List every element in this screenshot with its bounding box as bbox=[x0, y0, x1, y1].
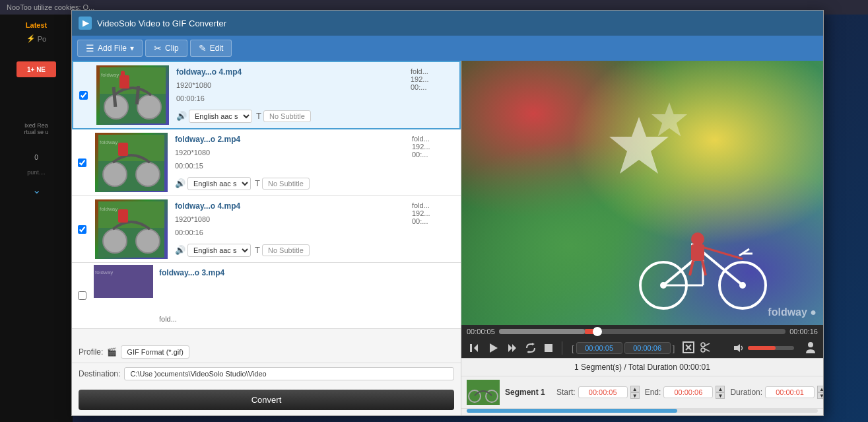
checkbox-input-4[interactable] bbox=[78, 291, 86, 300]
segment-duration-label: Duration: bbox=[730, 388, 762, 397]
segment-label-1: Segment 1 bbox=[505, 388, 551, 397]
file-right-name-4: fold... bbox=[159, 315, 457, 323]
profile-label: Profile: bbox=[79, 347, 103, 357]
clip-button[interactable]: ✂ Clip bbox=[145, 40, 187, 57]
clip-mark-button[interactable] bbox=[681, 340, 696, 357]
volume-icon bbox=[733, 343, 743, 353]
file-checkbox-3[interactable] bbox=[72, 196, 92, 262]
bg-sidebar-logo: 1+ NE bbox=[17, 61, 56, 77]
file-thumb-4: foldway bbox=[94, 265, 153, 298]
svg-marker-46 bbox=[512, 344, 516, 352]
profile-value[interactable]: GIF Format (*.gif) bbox=[121, 345, 189, 359]
file-item-3[interactable]: foldway foldway...o 4.mp4 1920*1080 00:0… bbox=[72, 196, 461, 263]
file-item-2[interactable]: foldway foldway...o 2.mp4 1920*1080 00:0… bbox=[72, 129, 461, 196]
file-right-3: fold... 192... 00:... bbox=[408, 196, 461, 262]
destination-value[interactable]: C:\Use )ocuments\VideoSolo Studio\Video bbox=[124, 367, 454, 380]
current-time-label: 00:00:05 bbox=[467, 328, 495, 335]
destination-label: Destination: bbox=[79, 369, 120, 378]
file-controls-3: 🔊 English aac s T No Subtitle bbox=[175, 244, 404, 257]
segment-duration-down[interactable]: ▼ bbox=[817, 392, 823, 399]
segment-start-input[interactable] bbox=[578, 386, 628, 398]
speaker-icon-1: 🔊 bbox=[176, 111, 187, 121]
file-name-1: foldway...o 4.mp4 bbox=[176, 67, 403, 77]
convert-btn-area: Convert bbox=[72, 384, 461, 415]
start-time-input[interactable] bbox=[576, 342, 622, 354]
scissors-button[interactable] bbox=[698, 340, 713, 357]
volume-slider[interactable] bbox=[748, 346, 794, 350]
svg-text:foldway: foldway bbox=[100, 206, 117, 212]
file-dur-1: 00:00:16 bbox=[176, 94, 403, 102]
subtitle-select-1: T No Subtitle bbox=[256, 110, 311, 122]
file-thumb-1: foldway bbox=[96, 65, 169, 125]
file-checkbox-1[interactable] bbox=[73, 62, 93, 128]
svg-marker-45 bbox=[508, 344, 512, 352]
progress-track[interactable] bbox=[499, 329, 785, 334]
svg-point-12 bbox=[136, 162, 160, 186]
svg-rect-6 bbox=[119, 75, 129, 88]
file-item-4[interactable]: foldway foldway...o 3.mp4 fold... bbox=[72, 263, 461, 329]
subtitle-text-1[interactable]: No Subtitle bbox=[263, 110, 311, 122]
controls-divider bbox=[562, 341, 562, 355]
add-file-button[interactable]: ☰ Add File ▾ bbox=[77, 40, 143, 57]
video-background: foldway ● bbox=[461, 61, 823, 325]
file-name-right-1: fold... bbox=[411, 67, 455, 75]
svg-marker-42 bbox=[474, 344, 478, 352]
loop-icon bbox=[525, 343, 536, 353]
progress-fill bbox=[499, 329, 585, 334]
file-dur-right-1: 00:... bbox=[411, 83, 455, 91]
svg-rect-49 bbox=[545, 344, 552, 352]
audio-select-3: 🔊 English aac s bbox=[175, 244, 251, 257]
audio-dropdown-2[interactable]: English aac s bbox=[187, 177, 251, 190]
convert-button[interactable]: Convert bbox=[79, 390, 454, 410]
file-item-1[interactable]: foldway foldway...o 4.mp4 1920*1080 00:0… bbox=[72, 61, 461, 129]
segment-start-down[interactable]: ▼ bbox=[630, 392, 640, 399]
segment-end-up[interactable]: ▲ bbox=[716, 386, 725, 392]
checkbox-input-1[interactable] bbox=[79, 91, 88, 100]
segment-duration-input[interactable] bbox=[765, 386, 815, 398]
segment-start-up[interactable]: ▲ bbox=[630, 386, 640, 392]
stop-button[interactable] bbox=[542, 341, 555, 355]
svg-point-3 bbox=[137, 95, 161, 119]
file-checkbox-4[interactable] bbox=[72, 263, 92, 328]
controls-row: [ ] bbox=[461, 338, 823, 358]
file-controls-2: 🔊 English aac s T No Subtitle bbox=[175, 177, 404, 190]
checkbox-input-2[interactable] bbox=[78, 158, 86, 167]
svg-rect-19 bbox=[118, 209, 128, 223]
bg-sidebar-item-po: ⚡ Po bbox=[26, 34, 46, 43]
segment-duration-spinner: ▲ ▼ bbox=[817, 386, 823, 399]
bg-sidebar-num: 0 bbox=[34, 154, 38, 161]
file-checkbox-2[interactable] bbox=[72, 129, 92, 195]
segment-duration-up[interactable]: ▲ bbox=[817, 386, 823, 392]
app-window: ▶ VideoSolo Video to GIF Converter ☰ Add… bbox=[71, 10, 824, 416]
audio-select-1: 🔊 English aac s bbox=[176, 110, 252, 123]
checkbox-input-3[interactable] bbox=[78, 225, 86, 234]
segment-start-spinner: ▲ ▼ bbox=[630, 386, 640, 399]
clip-mark-icon bbox=[683, 341, 694, 353]
edit-button[interactable]: ✎ Edit bbox=[190, 40, 232, 57]
person-icon-button[interactable] bbox=[803, 339, 818, 357]
subtitle-text-3[interactable]: No Subtitle bbox=[262, 244, 310, 256]
segment-end-input[interactable] bbox=[663, 386, 713, 398]
step-forward-button[interactable] bbox=[505, 341, 519, 355]
app-icon: ▶ bbox=[79, 17, 92, 30]
audio-dropdown-3[interactable]: English aac s bbox=[187, 244, 251, 257]
svg-marker-57 bbox=[734, 344, 740, 352]
prev-frame-icon bbox=[469, 343, 479, 353]
loop-button[interactable] bbox=[523, 341, 538, 355]
file-list-scroll[interactable]: foldway foldway...o 4.mp4 1920*1080 00:0… bbox=[72, 61, 461, 341]
segment-end-down[interactable]: ▼ bbox=[716, 392, 725, 399]
file-thumb-2: foldway bbox=[95, 133, 168, 192]
play-button[interactable] bbox=[485, 340, 501, 356]
subtitle-icon-2: T bbox=[255, 178, 260, 188]
segment-section: 1 Segment(s) / Total Duration 00:00:01 S… bbox=[461, 358, 823, 415]
scissors-icon bbox=[700, 341, 712, 353]
svg-text:foldway: foldway bbox=[95, 269, 113, 275]
end-time-input[interactable] bbox=[624, 342, 671, 354]
subtitle-text-2[interactable]: No Subtitle bbox=[262, 178, 310, 190]
audio-dropdown-1[interactable]: English aac s bbox=[189, 110, 252, 123]
file-controls-1: 🔊 English aac s T No Subtitle bbox=[176, 110, 403, 123]
segment-start-label: Start: bbox=[556, 388, 576, 397]
prev-frame-button[interactable] bbox=[467, 341, 481, 355]
volume-button[interactable] bbox=[731, 341, 745, 355]
bg-sidebar-arrow: ⌄ bbox=[32, 184, 41, 196]
